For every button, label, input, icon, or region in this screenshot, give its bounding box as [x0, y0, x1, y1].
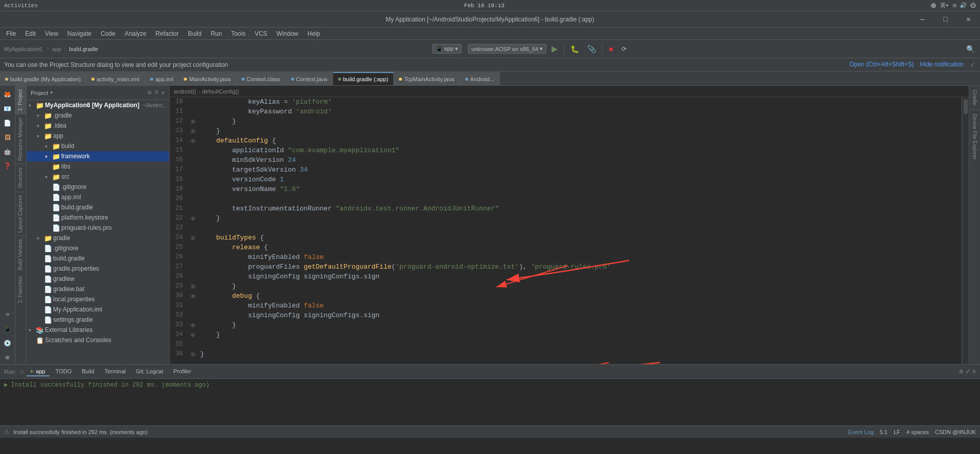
event-log-link[interactable]: Event Log — [848, 429, 874, 435]
breadcrumb-defaultconfig[interactable]: defaultConfig{} — [202, 88, 239, 94]
tab-tcpmainactivity[interactable]: TcpMainActivity.java — [394, 72, 460, 85]
maximize-button[interactable]: □ — [934, 11, 957, 28]
device-dropdown[interactable]: unknown AOSP on x86_64 ▾ — [468, 44, 546, 54]
minimize-button[interactable]: — — [911, 11, 934, 28]
menu-build[interactable]: Build — [184, 29, 206, 38]
run-button[interactable]: ▶ — [548, 42, 561, 56]
tree-item-framework-folder[interactable]: ▾ 📁 framework — [27, 151, 169, 161]
code-line-26: 26 minifyEnabled false — [170, 252, 962, 262]
tree-item-platform-keystore[interactable]: 📄 platform.keystore — [27, 212, 169, 223]
tree-close-icon[interactable]: ✕ — [161, 89, 165, 97]
code-block[interactable]: 10 keyAlias = 'platform' 11 keyPassword … — [170, 97, 962, 359]
activity-email-icon[interactable]: 📧 — [1, 102, 14, 115]
run-tab-profiler[interactable]: Profiler — [170, 367, 196, 376]
panel-label-layout[interactable]: Layout Captures — [15, 192, 26, 235]
menu-window[interactable]: Window — [272, 29, 302, 38]
run-tab-todo[interactable]: TODO — [52, 367, 76, 376]
tree-item-gitignore-root[interactable]: 📄 .gitignore — [27, 243, 169, 253]
run-panel-close-icon[interactable]: ✕ — [972, 368, 976, 375]
panel-label-build-variants[interactable]: Build Variants — [15, 235, 26, 273]
tab-activity-main-xml[interactable]: activity_main.xml — [86, 72, 145, 85]
tree-item-gitignore-app[interactable]: 📄 .gitignore — [27, 182, 169, 192]
panel-label-favorites[interactable]: 2: Favorites — [15, 273, 26, 306]
tree-item-external-libs[interactable]: ▾ 📚 External Libraries — [27, 325, 169, 335]
tree-item-gradlew-bat[interactable]: 📄 gradlew.bat — [27, 284, 169, 294]
menu-tools[interactable]: Tools — [227, 29, 250, 38]
attach-button[interactable]: 📎 — [584, 42, 599, 56]
tree-item-scratches[interactable]: 📋 Scratches and Consoles — [27, 335, 169, 345]
menu-navigate[interactable]: Navigate — [63, 29, 95, 38]
tree-item-idea-folder[interactable]: ▾ 📁 .idea — [27, 121, 169, 131]
tree-item-gradle-folder[interactable]: ▾ 📁 .gradle — [27, 110, 169, 121]
code-editor[interactable]: android{} › defaultConfig{} — [170, 86, 969, 364]
tree-settings-icon[interactable]: ⚙ — [148, 89, 151, 97]
run-tab-logcat[interactable]: Git: Logcat — [132, 367, 167, 376]
tree-item-src-folder[interactable]: ▾ 📁 src — [27, 172, 169, 182]
open-project-structure-link[interactable]: Open (Ctrl+Alt+Shift+S) — [849, 61, 914, 69]
tab-mainactivity[interactable]: MainActivity.java — [179, 72, 236, 85]
tab-context-class[interactable]: Context.class — [236, 72, 286, 85]
tab-android[interactable]: Android... — [460, 72, 500, 85]
panel-label-project[interactable]: 1: Project — [15, 86, 26, 114]
menu-edit[interactable]: Edit — [21, 29, 40, 38]
tree-item-my-application-iml[interactable]: 📄 My Application.iml — [27, 304, 169, 315]
run-panel-settings-icon[interactable]: ⚙ — [960, 368, 963, 375]
breadcrumb-android[interactable]: android{} — [174, 88, 196, 94]
activity-dvd-icon[interactable]: 💿 — [1, 337, 14, 350]
tree-item-local-properties[interactable]: 📄 local.properties — [27, 294, 169, 304]
panel-label-structure[interactable]: Structure — [15, 164, 26, 192]
debug-button[interactable]: 🐛 — [567, 42, 582, 56]
tree-item-app-iml[interactable]: 📄 app.iml — [27, 192, 169, 202]
menu-refactor[interactable]: Refactor — [152, 29, 183, 38]
tree-item-root[interactable]: ▾ 📁 MyApplication6 [My Application] ~/An… — [27, 100, 169, 110]
tree-item-gradle-properties[interactable]: 📄 gradle.properties — [27, 264, 169, 274]
scrollbar-right[interactable] — [962, 97, 969, 364]
activity-image-icon[interactable]: 🖼 — [1, 131, 14, 144]
close-button[interactable]: ✕ — [957, 11, 980, 28]
menu-vcs[interactable]: VCS — [251, 29, 272, 38]
hide-notification-link[interactable]: Hide notification — [920, 61, 964, 69]
scrollbar-thumb[interactable] — [964, 99, 968, 114]
activity-file-icon[interactable]: 📄 — [1, 116, 14, 130]
tree-item-build-folder[interactable]: ▾ 📁 build — [27, 141, 169, 151]
tab-build-gradle-app[interactable]: build.gradle (:app) — [333, 72, 394, 85]
activity-android-icon[interactable]: 🤖 — [1, 145, 14, 158]
activity-firefox-icon[interactable]: 🦊 — [1, 88, 14, 101]
tree-item-app-folder[interactable]: ▾ 📁 app — [27, 131, 169, 141]
activity-grid-icon[interactable]: ⊞ — [1, 351, 14, 364]
sync-button[interactable]: ⟳ — [618, 42, 630, 56]
run-panel-expand-icon[interactable]: ⤢ — [965, 368, 970, 375]
tree-item-build-gradle-app[interactable]: 📄 build.gradle — [27, 202, 169, 212]
menu-view[interactable]: View — [41, 29, 62, 38]
menu-file[interactable]: File — [2, 29, 20, 38]
menu-run[interactable]: Run — [207, 29, 226, 38]
tree-item-gradlew[interactable]: 📄 gradlew — [27, 274, 169, 284]
system-tray-lang[interactable]: 英▾ — [940, 2, 949, 9]
run-tab-run[interactable]: ▶ app — [27, 367, 50, 376]
tab-context-java[interactable]: Context.java — [286, 72, 333, 85]
tab-build-gradle-my-application[interactable]: build.gradle (My Application) — [0, 72, 86, 85]
tree-item-build-gradle-root[interactable]: 📄 build.gradle — [27, 253, 169, 264]
tree-item-settings-gradle[interactable]: 📄 settings.gradle — [27, 315, 169, 325]
stop-button[interactable]: ■ — [606, 42, 616, 56]
code-lines-container[interactable]: 10 keyAlias = 'platform' 11 keyPassword … — [170, 97, 962, 364]
run-config-dropdown[interactable]: 📱 app ▾ — [432, 44, 462, 54]
activity-terminal-icon[interactable]: ⌨ — [1, 308, 14, 321]
activity-android2-icon[interactable]: 📱 — [1, 322, 14, 336]
right-panel-gradle[interactable]: Gradle — [970, 86, 979, 110]
tree-item-proguard[interactable]: 📄 proguard-rules.pro — [27, 223, 169, 233]
menu-help[interactable]: Help — [303, 29, 324, 38]
search-everywhere-button[interactable]: 🔍 — [963, 42, 978, 56]
activity-help-icon[interactable]: ❓ — [1, 159, 14, 173]
tree-item-gradle-dir[interactable]: ▾ 📁 gradle — [27, 233, 169, 243]
status-bar: ⚠ Install successfully finished in 292 m… — [0, 425, 980, 438]
run-tab-build[interactable]: Build — [78, 367, 98, 376]
run-tab-terminal[interactable]: Terminal — [101, 367, 130, 376]
tab-app-iml[interactable]: app.iml — [145, 72, 179, 85]
menu-code[interactable]: Code — [97, 29, 119, 38]
right-panel-device-file-explorer[interactable]: Device File Explorer — [970, 110, 979, 163]
tree-gear-icon[interactable]: ≡ — [155, 89, 158, 97]
tree-item-libs-folder[interactable]: 📁 libs — [27, 161, 169, 172]
panel-label-resource[interactable]: Resource Manager — [15, 114, 26, 164]
menu-analyze[interactable]: Analyze — [121, 29, 151, 38]
